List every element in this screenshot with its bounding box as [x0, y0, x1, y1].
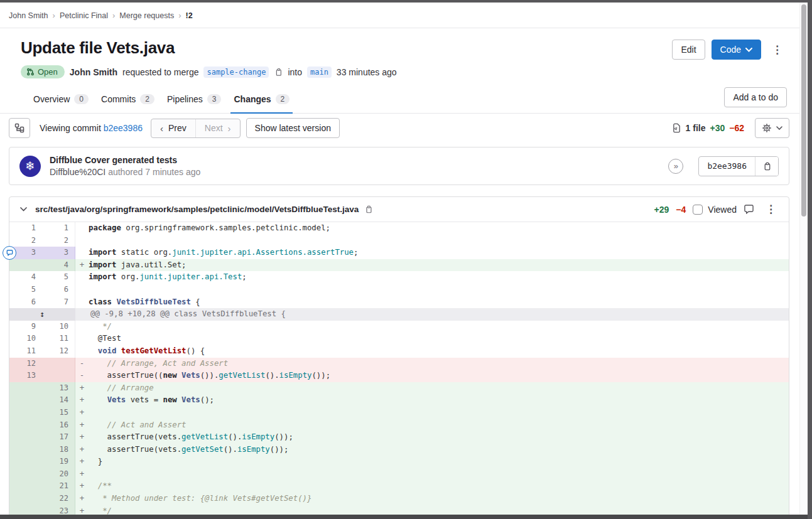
window-bottom-edge — [0, 515, 812, 519]
old-line-number[interactable] — [9, 505, 42, 515]
old-line-number[interactable]: 1 — [9, 222, 42, 235]
old-line-number[interactable]: 13 — [9, 370, 42, 382]
new-line-number[interactable]: 23 — [42, 505, 75, 515]
copy-file-path-button[interactable] — [364, 205, 373, 214]
mr-author[interactable]: John Smith — [70, 67, 117, 77]
viewed-checkbox[interactable] — [693, 205, 703, 215]
tab-pipelines-label: Pipelines — [167, 94, 203, 104]
new-line-number[interactable]: 1 — [42, 222, 75, 235]
edit-button[interactable]: Edit — [672, 40, 705, 60]
old-line-number[interactable] — [9, 259, 42, 272]
old-line-number[interactable]: 4 — [9, 271, 42, 284]
files-count: 1 file — [686, 123, 706, 133]
new-line-number[interactable]: 2 — [42, 235, 75, 247]
source-branch-label[interactable]: sample-change — [203, 67, 269, 78]
old-line-number[interactable]: 9 — [9, 321, 42, 333]
tab-commits-count: 2 — [140, 94, 154, 104]
show-latest-version-button[interactable]: Show latest version — [246, 118, 340, 138]
diff-marker: + — [75, 419, 89, 432]
new-line-number[interactable]: 12 — [42, 345, 75, 358]
new-line-number[interactable]: 5 — [42, 271, 75, 284]
old-line-number[interactable]: 12 — [9, 358, 42, 370]
breadcrumb-merge-requests[interactable]: Merge requests — [119, 11, 174, 20]
code-dropdown-button[interactable]: Code — [712, 40, 761, 60]
old-line-number[interactable] — [9, 407, 42, 419]
new-line-number[interactable]: 10 — [42, 321, 75, 333]
new-line-number[interactable]: 3 — [42, 247, 75, 259]
file-comment-button[interactable] — [744, 205, 754, 214]
prev-label: Prev — [168, 123, 187, 133]
new-line-number[interactable]: 7 — [42, 296, 75, 309]
new-line-number[interactable]: 11 — [42, 333, 75, 345]
copy-sha-button[interactable] — [755, 157, 778, 176]
tab-overview[interactable]: Overview 0 — [27, 89, 95, 113]
diff-marker — [75, 333, 89, 345]
old-line-number[interactable]: 6 — [9, 296, 42, 309]
commit-author[interactable]: Diffblue%20CI — [50, 167, 106, 177]
avatar: ❄ — [19, 156, 41, 177]
diff-line: 56 — [9, 284, 789, 296]
breadcrumb-project[interactable]: Petclinic Final — [60, 11, 108, 20]
file-tree-toggle-button[interactable] — [9, 118, 30, 138]
viewing-commit-sha-link[interactable]: b2ee3986 — [104, 123, 143, 133]
new-line-number[interactable]: 18 — [42, 444, 75, 456]
scrollbar-thumb[interactable] — [801, 4, 806, 217]
diff-marker — [75, 321, 89, 333]
tab-commits[interactable]: Commits 2 — [95, 89, 161, 113]
new-line-number[interactable]: 4 — [42, 259, 75, 272]
expand-lines-button[interactable]: ↕ — [9, 308, 75, 321]
old-line-number[interactable] — [9, 468, 42, 481]
commit-sha[interactable]: b2ee3986 — [699, 157, 755, 176]
commit-info-box: ❄ Diffblue Cover generated tests Diffblu… — [9, 147, 789, 185]
mr-actions-kebab-menu[interactable]: ⋮ — [767, 43, 787, 56]
old-line-number[interactable] — [9, 493, 42, 505]
diff-line: 12- // Arrange, Act and Assert — [9, 358, 789, 370]
new-line-number[interactable]: 20 — [42, 468, 75, 481]
old-line-number[interactable] — [9, 456, 42, 468]
old-line-number[interactable] — [9, 394, 42, 407]
new-line-number[interactable]: 13 — [42, 382, 75, 395]
new-line-number[interactable]: 16 — [42, 419, 75, 432]
old-line-number[interactable] — [9, 444, 42, 456]
new-line-number[interactable] — [42, 370, 75, 382]
file-additions: +29 — [654, 205, 669, 215]
diff-stats: 1 file +30 −62 — [672, 123, 744, 133]
old-line-number[interactable]: 2 — [9, 235, 42, 247]
new-line-number[interactable]: 6 — [42, 284, 75, 296]
file-deletions: −4 — [676, 205, 686, 215]
collapse-file-button[interactable] — [18, 207, 30, 211]
old-line-number[interactable] — [9, 382, 42, 395]
file-path[interactable]: src/test/java/org/springframework/sample… — [35, 205, 359, 214]
old-line-number[interactable] — [9, 431, 42, 444]
add-todo-button[interactable]: Add a to do — [724, 87, 787, 107]
old-line-number[interactable]: 5 — [9, 284, 42, 296]
file-options-kebab-menu[interactable]: ⋮ — [761, 203, 781, 216]
tab-changes[interactable]: Changes 2 — [227, 89, 296, 113]
diff-line: 23+ */ — [9, 505, 789, 515]
old-line-number[interactable]: 11 — [9, 345, 42, 358]
prev-commit-button[interactable]: ‹ Prev — [151, 119, 195, 137]
expand-commit-icon[interactable]: » — [668, 159, 683, 174]
new-line-number[interactable] — [42, 358, 75, 370]
page-scrollbar[interactable] — [799, 3, 808, 515]
next-commit-button[interactable]: Next › — [195, 119, 240, 137]
chevron-down-icon — [776, 126, 782, 130]
new-line-number[interactable]: 17 — [42, 431, 75, 444]
old-line-number[interactable] — [9, 419, 42, 432]
new-line-number[interactable]: 22 — [42, 493, 75, 505]
breadcrumb-user[interactable]: John Smith — [9, 11, 48, 20]
new-line-number[interactable]: 19 — [42, 456, 75, 468]
target-branch-label[interactable]: main — [307, 67, 332, 78]
old-line-number[interactable]: 10 — [9, 333, 42, 345]
tab-pipelines[interactable]: Pipelines 3 — [161, 89, 228, 113]
old-line-number[interactable] — [9, 480, 42, 493]
diff-settings-button[interactable] — [755, 118, 789, 138]
new-line-number[interactable]: 15 — [42, 407, 75, 419]
copy-branch-icon[interactable] — [274, 67, 283, 77]
diff-line: 1112 void testGetVetList() { — [9, 345, 789, 358]
new-line-number[interactable]: 14 — [42, 394, 75, 407]
tab-changes-label: Changes — [234, 94, 271, 104]
code-line: + // Arrange — [75, 382, 789, 395]
commit-title[interactable]: Diffblue Cover generated tests — [50, 155, 659, 165]
new-line-number[interactable]: 21 — [42, 480, 75, 493]
